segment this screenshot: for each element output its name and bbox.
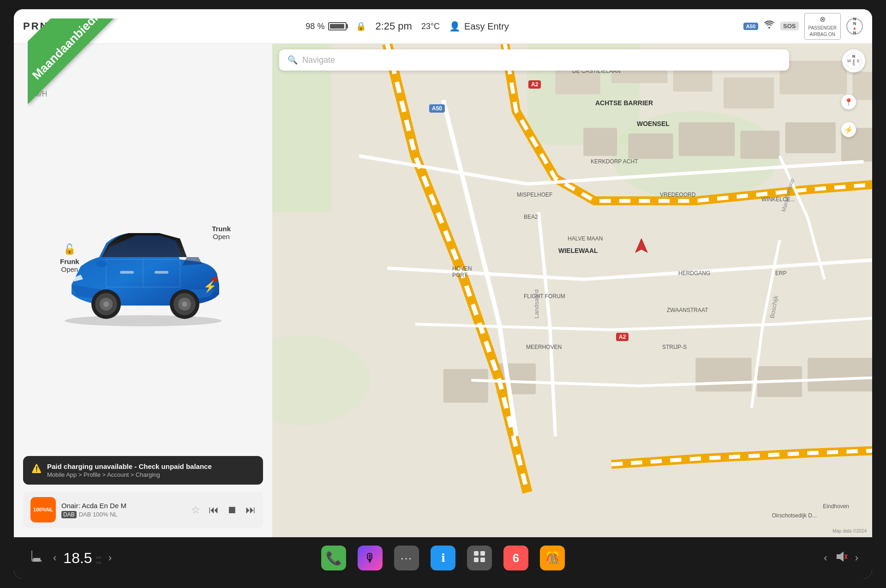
battery-bar-icon: [328, 22, 347, 30]
main-content: 0 KM/H 🔓 Frunk Open Trunk Open: [14, 44, 872, 537]
warning-icon: ⚠️: [31, 463, 42, 474]
trunk-status: Open: [212, 233, 231, 240]
seat-icon[interactable]: [28, 547, 46, 570]
svg-point-12: [96, 261, 107, 267]
map-attr-text: Map data ©2024: [832, 528, 867, 534]
temp-decrease-button[interactable]: ‹: [53, 552, 56, 564]
wifi-icon: [764, 20, 775, 32]
svg-rect-21: [724, 78, 774, 108]
easy-entry[interactable]: 👤 Easy Entry: [449, 21, 509, 32]
media-title: Onair: Acda En De M: [61, 502, 186, 510]
volume-control: [834, 550, 848, 567]
person-icon: 👤: [449, 21, 461, 32]
svg-marker-52: [837, 552, 844, 562]
sos-badge[interactable]: SOS: [780, 22, 798, 30]
previous-button[interactable]: ⏮: [209, 504, 219, 516]
car-area: 🔓 Frunk Open Trunk Open ⚡: [23, 72, 263, 456]
dots-icon: ···: [401, 552, 413, 564]
compass-display[interactable]: NN▲N: [846, 18, 863, 35]
svg-rect-26: [628, 133, 673, 159]
map-area[interactable]: Landsaard Boschijk Marathonloop A50 A50 …: [272, 44, 872, 537]
frunk-lock-icon: 🔓: [60, 243, 79, 255]
svg-rect-36: [808, 358, 872, 391]
battery-percent: 98 %: [305, 22, 324, 31]
svg-text:W: W: [847, 59, 851, 63]
next-button[interactable]: ⏭: [245, 504, 256, 516]
charging-notification[interactable]: ⚠️ Paid charging unavailable - Check unp…: [23, 456, 263, 485]
notification-subtitle: Mobile App > Profile > Account > Chargin…: [47, 471, 212, 478]
trunk-indicator[interactable]: Trunk Open: [212, 225, 231, 240]
radio-logo: 100%NL: [30, 497, 56, 522]
entertainment-icon: 🎊: [545, 551, 560, 565]
status-center: 98 % 🔒 2:25 pm 23°C 👤 Easy Entry: [71, 20, 743, 32]
volume-decrease-button[interactable]: ‹: [824, 552, 827, 564]
taskbar-right: ‹ ›: [766, 550, 858, 567]
entertainment-app[interactable]: 🎊: [540, 546, 565, 570]
a2-map-badge-bottom: A2: [616, 332, 629, 341]
stop-button[interactable]: ⏹: [227, 504, 237, 516]
map-compass[interactable]: N S W E: [842, 49, 865, 72]
voice-app[interactable]: 🎙: [358, 546, 383, 570]
frunk-indicator[interactable]: 🔓 Frunk Open: [60, 243, 79, 273]
svg-rect-23: [852, 72, 872, 100]
svg-rect-22: [779, 60, 847, 94]
notification-title: Paid charging unavailable - Check unpaid…: [47, 462, 212, 470]
media-player: 100%NL Onair: Acda En De M DAB DAB 100% …: [23, 492, 263, 528]
phone-app[interactable]: 📞: [321, 546, 346, 570]
easy-entry-label: Easy Entry: [464, 21, 509, 32]
main-screen: PRND 98 % 🔒 2:25 pm 23°C 👤 Easy Entry A5…: [14, 9, 872, 579]
info-app[interactable]: ℹ: [431, 546, 455, 570]
search-icon: 🔍: [287, 55, 298, 65]
svg-rect-29: [785, 122, 836, 153]
passenger-airbag-indicator: ⊗ PASSENGERAIRBAG ON: [804, 13, 841, 39]
temperature-display: 23°C: [421, 22, 440, 31]
info-icon: ℹ: [441, 552, 445, 564]
dash-icon: [473, 550, 486, 566]
temp-dots-bottom: ○○: [96, 560, 102, 565]
radio-logo-text: 100%NL: [33, 507, 53, 513]
taskbar-center: 📞 🎙 ··· ℹ: [120, 546, 766, 570]
svg-rect-49: [480, 551, 485, 556]
svg-text:Landsaard: Landsaard: [533, 289, 540, 318]
dashboard-app[interactable]: [467, 546, 492, 570]
svg-rect-51: [480, 558, 485, 562]
volume-increase-button[interactable]: ›: [855, 552, 858, 564]
calendar-icon: 6: [513, 551, 519, 565]
calendar-app[interactable]: 6: [503, 546, 528, 570]
taskbar: ‹ 18.5 ○○ ○○ › 📞 🎙 ··· ℹ: [14, 537, 872, 579]
svg-rect-50: [474, 558, 479, 562]
map-search-bar[interactable]: 🔍 Navigate: [279, 49, 789, 71]
temp-value: 18.5: [63, 550, 92, 567]
map-attribution: Map data ©2024: [832, 528, 867, 534]
left-panel: 0 KM/H 🔓 Frunk Open Trunk Open: [14, 44, 272, 537]
location-marker: [635, 238, 648, 256]
media-subtitle: DAB DAB 100% NL: [61, 511, 186, 518]
volume-icon: [834, 550, 848, 567]
svg-point-0: [65, 315, 222, 326]
temp-dots-top: ○○: [96, 555, 102, 560]
battery-fill: [330, 24, 344, 29]
voice-icon: 🎙: [364, 551, 376, 565]
svg-rect-32: [443, 369, 488, 403]
svg-text:N: N: [852, 54, 856, 59]
media-info: Onair: Acda En De M DAB DAB 100% NL: [61, 502, 186, 518]
phone-icon: 📞: [326, 551, 342, 566]
charging-station-icon: ⚡: [841, 122, 856, 137]
svg-point-4: [103, 301, 109, 307]
taskbar-left: ‹ 18.5 ○○ ○○ ›: [28, 547, 120, 570]
charge-icon: ⚡: [203, 280, 217, 293]
temp-increase-button[interactable]: ›: [108, 552, 112, 564]
a50-badge-top: A50: [743, 23, 758, 30]
svg-rect-11: [155, 271, 168, 274]
map-svg: Landsaard Boschijk Marathonloop: [272, 44, 872, 537]
svg-rect-34: [695, 358, 751, 391]
svg-rect-10: [120, 271, 134, 274]
more-apps[interactable]: ···: [394, 546, 419, 570]
svg-point-8: [182, 301, 187, 307]
svg-rect-48: [474, 551, 479, 556]
media-controls: ☆ ⏮ ⏹ ⏭: [191, 504, 256, 516]
a2-map-badge: A2: [528, 80, 541, 88]
battery-info: 98 %: [305, 22, 347, 31]
svg-rect-27: [679, 122, 735, 156]
favorite-button[interactable]: ☆: [191, 504, 200, 516]
